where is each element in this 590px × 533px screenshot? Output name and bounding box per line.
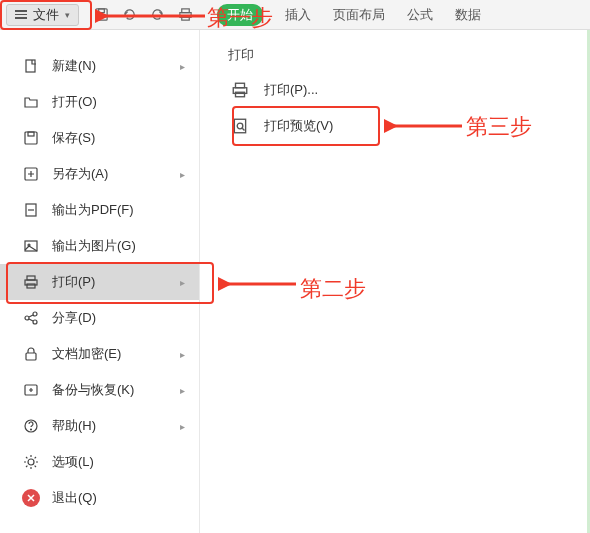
sidebar-item-options[interactable]: 选项(L)	[0, 444, 199, 480]
sidebar-item-label: 退出(Q)	[52, 489, 185, 507]
sidebar-item-pdf[interactable]: 输出为PDF(F)	[0, 192, 199, 228]
sidebar-item-label: 新建(N)	[52, 57, 168, 75]
svg-point-16	[33, 312, 37, 316]
svg-rect-5	[26, 60, 35, 72]
svg-point-21	[31, 429, 32, 430]
sidebar-item-help[interactable]: 帮助(H) ▸	[0, 408, 199, 444]
chevron-right-icon: ▸	[180, 277, 185, 288]
backup-icon	[22, 381, 40, 399]
sidebar-item-new[interactable]: 新建(N) ▸	[0, 48, 199, 84]
tab-formula[interactable]: 公式	[407, 6, 433, 24]
saveas-icon	[22, 165, 40, 183]
svg-rect-12	[27, 276, 35, 280]
svg-rect-7	[28, 132, 34, 136]
tab-layout[interactable]: 页面布局	[333, 6, 385, 24]
share-icon	[22, 309, 40, 327]
chevron-down-icon: ▾	[65, 10, 70, 20]
ribbon-tabs: 开始 插入 页面布局 公式 数据	[217, 4, 481, 26]
sidebar-item-saveas[interactable]: 另存为(A) ▸	[0, 156, 199, 192]
hamburger-icon	[15, 10, 27, 19]
sidebar-item-label: 分享(D)	[52, 309, 185, 327]
svg-rect-23	[236, 83, 245, 88]
sidebar-item-image[interactable]: 输出为图片(G)	[0, 228, 199, 264]
chevron-right-icon: ▸	[180, 61, 185, 72]
chevron-right-icon: ▸	[180, 169, 185, 180]
printer-icon	[230, 80, 250, 100]
chevron-right-icon: ▸	[180, 385, 185, 396]
new-file-icon	[22, 57, 40, 75]
pdf-icon	[22, 201, 40, 219]
file-menu-label: 文件	[33, 6, 59, 24]
submenu-item-print-preview[interactable]: 打印预览(V)	[218, 108, 572, 144]
tab-insert[interactable]: 插入	[285, 6, 311, 24]
sidebar-item-label: 打印(P)	[52, 273, 168, 291]
sidebar-item-share[interactable]: 分享(D)	[0, 300, 199, 336]
svg-point-15	[25, 316, 29, 320]
tab-start[interactable]: 开始	[217, 4, 263, 26]
image-icon	[22, 237, 40, 255]
undo-icon[interactable]	[121, 7, 137, 23]
printer-icon	[22, 273, 40, 291]
svg-point-27	[237, 123, 243, 129]
save-icon	[22, 129, 40, 147]
sidebar-item-label: 另存为(A)	[52, 165, 168, 183]
sidebar-item-backup[interactable]: 备份与恢复(K) ▸	[0, 372, 199, 408]
svg-rect-18	[26, 353, 36, 360]
help-icon	[22, 417, 40, 435]
svg-point-17	[33, 320, 37, 324]
sidebar-item-label: 选项(L)	[52, 453, 185, 471]
sidebar-item-label: 帮助(H)	[52, 417, 168, 435]
submenu-item-print[interactable]: 打印(P)...	[218, 72, 572, 108]
sidebar-item-save[interactable]: 保存(S)	[0, 120, 199, 156]
svg-rect-0	[95, 9, 106, 20]
sidebar-item-label: 输出为PDF(F)	[52, 201, 185, 219]
print-icon[interactable]	[177, 7, 193, 23]
lock-icon	[22, 345, 40, 363]
file-menu-sidebar: 新建(N) ▸ 打开(O) 保存(S) 另存为(A) ▸	[0, 30, 200, 533]
print-submenu: 打印 打印(P)... 打印预览(V)	[200, 30, 590, 533]
chevron-right-icon: ▸	[180, 349, 185, 360]
redo-icon[interactable]	[149, 7, 165, 23]
sidebar-item-open[interactable]: 打开(O)	[0, 84, 199, 120]
exit-icon	[22, 489, 40, 507]
tab-data[interactable]: 数据	[455, 6, 481, 24]
svg-point-22	[28, 459, 34, 465]
submenu-item-label: 打印(P)...	[264, 81, 318, 99]
sidebar-item-exit[interactable]: 退出(Q)	[0, 480, 199, 516]
svg-rect-6	[25, 132, 37, 144]
main-area: 新建(N) ▸ 打开(O) 保存(S) 另存为(A) ▸	[0, 30, 590, 533]
folder-open-icon	[22, 93, 40, 111]
sidebar-item-print[interactable]: 打印(P) ▸	[0, 264, 199, 300]
chevron-right-icon: ▸	[180, 421, 185, 432]
file-menu-button[interactable]: 文件 ▾	[6, 4, 79, 26]
gear-icon	[22, 453, 40, 471]
sidebar-item-label: 文档加密(E)	[52, 345, 168, 363]
submenu-title: 打印	[218, 46, 572, 64]
save-icon[interactable]	[93, 7, 109, 23]
sidebar-item-encrypt[interactable]: 文档加密(E) ▸	[0, 336, 199, 372]
sidebar-item-label: 备份与恢复(K)	[52, 381, 168, 399]
svg-rect-1	[98, 9, 104, 13]
sidebar-item-label: 输出为图片(G)	[52, 237, 185, 255]
quick-access-toolbar	[93, 7, 193, 23]
sidebar-item-label: 打开(O)	[52, 93, 185, 111]
preview-icon	[230, 116, 250, 136]
sidebar-item-label: 保存(S)	[52, 129, 185, 147]
submenu-item-label: 打印预览(V)	[264, 117, 333, 135]
svg-rect-4	[181, 16, 189, 20]
top-toolbar: 文件 ▾ 开始 插入 页面布局 公式 数据	[0, 0, 590, 30]
